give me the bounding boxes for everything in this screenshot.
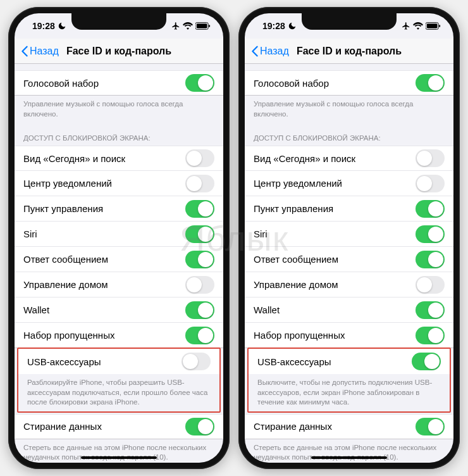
- svg-rect-4: [427, 23, 438, 28]
- home-indicator[interactable]: [81, 456, 157, 459]
- settings-list[interactable]: Голосовой набор Управление музыкой с пом…: [15, 64, 223, 463]
- airplane-icon: [171, 22, 180, 30]
- voice-dial-footer: Управление музыкой с помощью голоса всег…: [245, 96, 453, 125]
- today-row: Вид «Сегодня» и поиск: [15, 146, 223, 171]
- today-toggle[interactable]: [185, 149, 214, 167]
- missed-toggle[interactable]: [185, 327, 214, 344]
- voice-dial-row: Голосовой набор: [245, 70, 453, 96]
- wallet-label: Wallet: [23, 304, 49, 315]
- home-label: Управление домом: [23, 279, 108, 290]
- control-row: Пункт управления: [15, 196, 223, 222]
- erase-label: Стирание данных: [23, 421, 102, 432]
- wallet-row: Wallet: [15, 298, 223, 323]
- back-button[interactable]: Назад: [251, 46, 289, 57]
- reply-row: Ответ сообщением: [245, 247, 453, 272]
- notif-toggle[interactable]: [185, 175, 214, 192]
- usb-row: USB-аксессуары: [249, 349, 450, 374]
- erase-toggle[interactable]: [185, 418, 214, 435]
- home-label: Управление домом: [254, 279, 338, 290]
- voice-dial-footer: Управление музыкой с помощью голоса всег…: [15, 96, 223, 125]
- notif-label: Центр уведомлений: [23, 178, 112, 189]
- wallet-toggle[interactable]: [185, 301, 214, 319]
- back-button[interactable]: Назад: [21, 46, 59, 57]
- home-toggle[interactable]: [416, 276, 445, 294]
- erase-footer: Стереть все данные на этом iPhone после …: [15, 439, 223, 463]
- erase-label: Стирание данных: [254, 421, 332, 432]
- control-toggle[interactable]: [185, 200, 214, 218]
- back-label: Назад: [260, 46, 289, 57]
- notif-row: Центр уведомлений: [15, 171, 223, 196]
- siri-label: Siri: [23, 229, 37, 239]
- battery-icon: [195, 22, 211, 30]
- usb-label: USB-аксессуары: [257, 356, 331, 367]
- svg-rect-5: [439, 25, 440, 27]
- reply-row: Ответ сообщением: [15, 247, 223, 272]
- missed-row: Набор пропущенных: [245, 323, 453, 348]
- nav-bar: Назад Face ID и код-пароль: [15, 39, 223, 64]
- moon-icon: [58, 22, 66, 30]
- airplane-icon: [402, 22, 410, 30]
- lock-access-header: ДОСТУП С БЛОКИРОВКОЙ ЭКРАНА:: [245, 125, 453, 146]
- wallet-label: Wallet: [254, 304, 280, 315]
- wifi-icon: [183, 22, 193, 30]
- reply-toggle[interactable]: [416, 251, 445, 268]
- status-time: 19:28: [262, 21, 285, 31]
- wallet-row: Wallet: [245, 298, 453, 323]
- missed-toggle[interactable]: [416, 327, 445, 344]
- siri-toggle[interactable]: [416, 225, 445, 243]
- home-toggle[interactable]: [185, 276, 214, 294]
- chevron-left-icon: [251, 46, 259, 57]
- moon-icon: [288, 22, 297, 30]
- notch: [71, 13, 166, 30]
- missed-row: Набор пропущенных: [15, 323, 223, 348]
- notch: [302, 13, 397, 30]
- svg-rect-1: [197, 23, 207, 28]
- reply-label: Ответ сообщением: [254, 254, 338, 265]
- status-time: 19:28: [32, 21, 55, 31]
- phone-left: 19:28 Назад Face ID и код-пароль Голосов…: [8, 7, 230, 469]
- phone-right: 19:28 Назад Face ID и код-пароль Голосов…: [238, 7, 460, 469]
- usb-toggle[interactable]: [182, 353, 211, 370]
- voice-dial-label: Голосовой набор: [23, 78, 99, 89]
- control-label: Пункт управления: [254, 203, 333, 214]
- voice-dial-toggle[interactable]: [416, 74, 445, 92]
- missed-label: Набор пропущенных: [23, 330, 114, 341]
- erase-row: Стирание данных: [245, 414, 453, 439]
- today-row: Вид «Сегодня» и поиск: [245, 146, 453, 171]
- chevron-left-icon: [21, 46, 28, 57]
- control-toggle[interactable]: [416, 200, 445, 218]
- erase-footer: Стереть все данные на этом iPhone после …: [245, 439, 453, 463]
- usb-toggle[interactable]: [412, 353, 441, 370]
- erase-toggle[interactable]: [416, 418, 445, 435]
- battery-icon: [426, 22, 441, 30]
- today-label: Вид «Сегодня» и поиск: [23, 153, 125, 164]
- today-toggle[interactable]: [416, 149, 445, 167]
- siri-toggle[interactable]: [185, 225, 214, 243]
- settings-list[interactable]: Голосовой набор Управление музыкой с пом…: [245, 64, 453, 463]
- erase-row: Стирание данных: [15, 414, 223, 439]
- svg-rect-2: [209, 25, 210, 27]
- notif-toggle[interactable]: [416, 175, 445, 192]
- siri-row: Siri: [245, 222, 453, 247]
- home-row: Управление домом: [15, 272, 223, 298]
- home-indicator[interactable]: [311, 456, 387, 459]
- usb-row: USB-аксессуары: [18, 349, 219, 374]
- notif-label: Центр уведомлений: [254, 178, 342, 189]
- voice-dial-toggle[interactable]: [185, 74, 214, 92]
- wifi-icon: [413, 22, 423, 30]
- reply-toggle[interactable]: [185, 251, 214, 268]
- control-label: Пункт управления: [23, 203, 103, 214]
- control-row: Пункт управления: [245, 196, 453, 222]
- usb-highlight: USB-аксессуары Разблокируйте iPhone, что…: [17, 348, 221, 413]
- usb-footer: Разблокируйте iPhone, чтобы разрешить US…: [18, 374, 219, 411]
- lock-access-header: ДОСТУП С БЛОКИРОВКОЙ ЭКРАНА:: [15, 125, 223, 146]
- nav-bar: Назад Face ID и код-пароль: [245, 39, 453, 64]
- usb-footer: Выключите, чтобы не допустить подключени…: [249, 374, 450, 411]
- usb-label: USB-аксессуары: [27, 356, 101, 367]
- today-label: Вид «Сегодня» и поиск: [254, 153, 355, 164]
- siri-label: Siri: [254, 229, 268, 239]
- home-row: Управление домом: [245, 272, 453, 298]
- back-label: Назад: [30, 46, 59, 57]
- wallet-toggle[interactable]: [416, 301, 445, 319]
- siri-row: Siri: [15, 222, 223, 247]
